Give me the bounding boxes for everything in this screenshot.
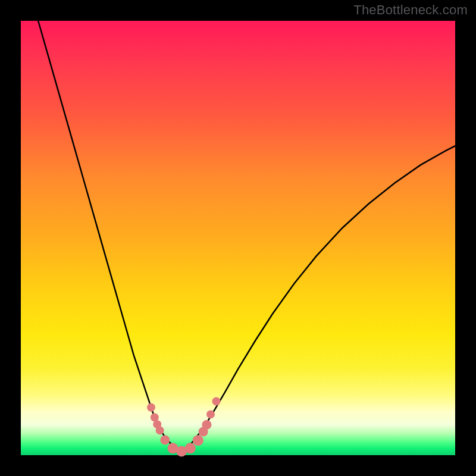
marker-dot	[202, 420, 211, 430]
left-curve	[38, 21, 181, 452]
marker-dot	[206, 410, 215, 418]
marker-dot	[193, 435, 203, 446]
marker-dot	[185, 443, 196, 453]
chart-svg	[21, 21, 455, 455]
chart-container: TheBottleneck.com	[0, 0, 476, 476]
watermark-text: TheBottleneck.com	[353, 2, 468, 18]
plot-area	[21, 21, 455, 455]
marker-dot	[147, 403, 155, 412]
marker-dot	[156, 426, 164, 434]
marker-dot	[212, 397, 221, 405]
highlighted-points	[147, 397, 221, 456]
marker-dot	[160, 435, 170, 444]
right-curve	[181, 146, 455, 452]
